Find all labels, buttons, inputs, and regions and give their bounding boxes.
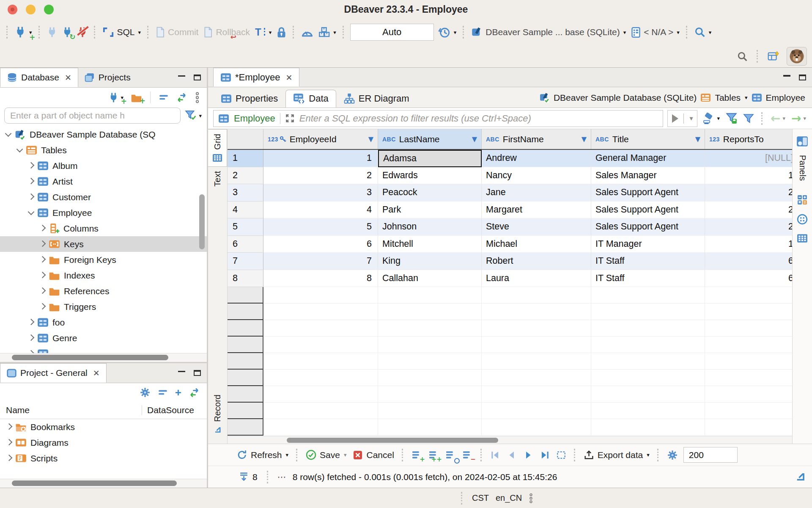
cell-firstname[interactable]: Steve xyxy=(482,218,591,236)
sql-editor-button[interactable]: SQL ▾ xyxy=(102,25,142,39)
metadata-panel-button[interactable] xyxy=(796,233,809,244)
save-button[interactable]: Save ▾ xyxy=(305,449,347,461)
row-number-header[interactable] xyxy=(228,129,263,149)
tree-horizontal-scrollbar[interactable] xyxy=(12,355,168,360)
empty-row-number[interactable] xyxy=(228,304,263,320)
row-number[interactable]: 8 xyxy=(228,270,263,287)
row-number[interactable]: 7 xyxy=(228,253,263,270)
disconnect-button[interactable] xyxy=(77,25,88,39)
tree-item-keys[interactable]: Keys xyxy=(0,236,207,252)
cell-firstname[interactable]: Robert xyxy=(482,253,591,270)
new-folder-button[interactable]: + xyxy=(130,92,143,103)
cell-title[interactable]: Sales Support Agent xyxy=(591,218,705,236)
toolbar-grip[interactable] xyxy=(463,26,465,39)
chevron-right-icon[interactable] xyxy=(39,287,46,294)
cell-reportsto[interactable]: 2 xyxy=(705,184,792,202)
toolbar-grip[interactable] xyxy=(147,26,149,39)
grid-horizontal-scrollbar[interactable] xyxy=(287,438,498,443)
commit-button[interactable]: Commit xyxy=(155,25,199,39)
fetch-size-input[interactable] xyxy=(683,447,738,463)
tree-item-tables[interactable]: Tables xyxy=(0,142,207,158)
cell-employeeid[interactable]: 6 xyxy=(263,236,378,253)
tab-record[interactable]: Record xyxy=(208,390,227,438)
toolbar-grip[interactable] xyxy=(480,449,483,461)
close-icon[interactable]: ✕ xyxy=(65,73,71,82)
open-perspective-button[interactable] xyxy=(767,49,781,64)
cell-lastname[interactable]: Mitchell xyxy=(378,236,482,253)
empty-row[interactable] xyxy=(228,287,792,304)
chevron-right-icon[interactable] xyxy=(6,455,13,461)
schema-selector[interactable]: < N/A > ▾ xyxy=(630,25,680,40)
empty-row-number[interactable] xyxy=(228,353,263,370)
project-item-diagrams[interactable]: Diagrams xyxy=(0,435,207,450)
row-number[interactable]: 6 xyxy=(228,236,263,253)
toolbar-grip[interactable] xyxy=(296,449,298,461)
table-row[interactable]: 3 3 Peacock Jane Sales Support Agent 2 xyxy=(228,184,792,202)
minimize-editor-icon[interactable] xyxy=(783,75,790,80)
toolbar-grip[interactable] xyxy=(293,26,295,39)
previous-row-button[interactable] xyxy=(506,449,518,461)
history-forward-button[interactable]: → ▾ xyxy=(790,112,807,125)
panels-config-button[interactable] xyxy=(796,135,809,148)
maximize-panel-icon[interactable] xyxy=(194,370,201,376)
table-row[interactable]: 4 4 Park Margaret Sales Support Agent 2 xyxy=(228,202,792,219)
tree-item-references[interactable]: References xyxy=(0,283,207,299)
connection-selector[interactable]: DBeaver Sample ... base (SQLite) ▾ xyxy=(470,25,627,40)
column-header-lastname[interactable]: ABC LastName ▼ xyxy=(378,129,482,149)
tab-projects[interactable]: Projects xyxy=(78,68,137,87)
chevron-right-icon[interactable] xyxy=(6,423,13,430)
cell-lastname[interactable]: Park xyxy=(378,202,482,219)
delete-row-button[interactable]: − xyxy=(461,449,474,461)
column-header-title[interactable]: ABC Title ▼ xyxy=(591,129,705,149)
grid-horizontal-scroll-track[interactable] xyxy=(228,436,792,444)
table-row[interactable]: 8 8 Callahan Laura IT Staff 6 xyxy=(228,270,792,287)
chevron-down-icon[interactable] xyxy=(5,130,12,137)
new-connection-button[interactable]: + ▾ xyxy=(14,25,33,40)
cell-lastname[interactable]: Johnson xyxy=(378,218,482,236)
empty-row[interactable] xyxy=(228,370,792,386)
commit-mode-select[interactable]: Auto xyxy=(350,24,434,41)
tab-er-diagram[interactable]: ER Diagram xyxy=(336,90,417,108)
tree-item-customer[interactable]: Customer xyxy=(0,189,207,205)
minimize-button[interactable] xyxy=(26,5,36,14)
maximize-editor-icon[interactable] xyxy=(799,75,806,80)
apply-filter-button[interactable] xyxy=(742,113,755,124)
cell-employeeid[interactable]: 7 xyxy=(263,253,378,270)
grouping-panel-button[interactable] xyxy=(796,213,809,226)
column-header-name[interactable]: Name xyxy=(0,405,142,415)
project-item-scripts[interactable]: Scripts xyxy=(0,450,207,466)
result-settings-button[interactable] xyxy=(666,449,679,461)
cell-firstname[interactable]: Margaret xyxy=(482,202,591,219)
cell-employeeid[interactable]: 1 xyxy=(263,150,378,167)
chevron-right-icon[interactable] xyxy=(39,225,46,232)
toolbar-grip[interactable] xyxy=(94,26,96,39)
table-row[interactable]: 1 1 Adamsa Andrew General Manager [NULL] xyxy=(228,150,792,167)
table-row[interactable]: 5 5 Johnson Steve Sales Support Agent 2 xyxy=(228,218,792,236)
cell-reportsto[interactable]: 2 xyxy=(705,218,792,236)
minimize-panel-icon[interactable] xyxy=(178,370,185,376)
tree-item-artist[interactable]: Artist xyxy=(0,174,207,189)
quick-search-button[interactable] xyxy=(736,50,749,64)
sort-triangle-icon[interactable]: ▼ xyxy=(695,135,700,143)
project-horizontal-scroll-track[interactable] xyxy=(0,479,207,488)
sort-triangle-icon[interactable]: ▼ xyxy=(582,135,587,143)
tree-item-foreign-keys[interactable]: Foreign Keys xyxy=(0,252,207,268)
tree-item-columns[interactable]: Columns xyxy=(0,221,207,236)
column-header-firstname[interactable]: ABC FirstName ▼ xyxy=(482,129,591,149)
chevron-right-icon[interactable] xyxy=(39,256,46,263)
search-button[interactable]: ▾ xyxy=(694,25,713,39)
toolbar-grip[interactable] xyxy=(267,471,269,483)
cell-reportsto[interactable]: [NULL] xyxy=(705,150,792,167)
next-row-button[interactable] xyxy=(522,449,534,461)
new-connection-small-button[interactable]: + ▾ xyxy=(108,91,124,104)
chevron-right-icon[interactable] xyxy=(28,350,35,353)
empty-row-number[interactable] xyxy=(228,337,263,353)
toolbar-grip[interactable] xyxy=(343,26,345,39)
rollback-button[interactable]: ↩ Rollback xyxy=(203,25,251,39)
dashboard-button[interactable] xyxy=(300,25,314,39)
cell-title[interactable]: IT Manager xyxy=(591,236,705,253)
column-header-employeeid[interactable]: 123 EmployeeId ▼ xyxy=(263,129,378,149)
duplicate-row-button[interactable]: ++ xyxy=(428,449,440,461)
lock-button[interactable] xyxy=(276,25,287,40)
first-row-button[interactable] xyxy=(489,449,501,461)
